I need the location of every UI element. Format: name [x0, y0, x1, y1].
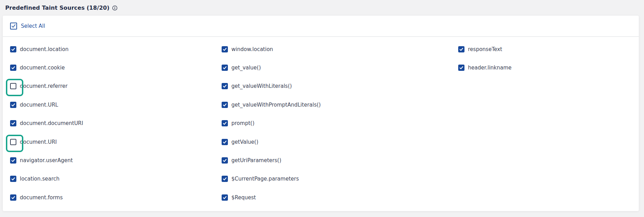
taint-source-label[interactable]: document.forms: [20, 194, 63, 201]
taint-source-row: $Request: [222, 188, 458, 207]
taint-source-row: document.location: [10, 40, 222, 58]
taint-source-label[interactable]: responseText: [468, 46, 502, 52]
taint-source-checkbox[interactable]: [222, 65, 228, 71]
taint-source-row: get_valueWithLiterals(): [222, 77, 458, 95]
checkbox-highlight-wrap: [458, 46, 464, 52]
taint-source-checkbox[interactable]: [10, 176, 16, 182]
checkbox-highlight-wrap: [10, 102, 16, 108]
taint-source-row: document.URI: [10, 133, 222, 151]
checkbox-highlight-wrap: [222, 65, 228, 71]
checkbox-highlight-wrap: [10, 120, 16, 126]
taint-source-checkbox[interactable]: [10, 157, 16, 164]
checkbox-highlight-wrap: [222, 83, 228, 89]
checkbox-highlight-wrap: [222, 176, 228, 182]
checkbox-highlight-wrap: [10, 139, 16, 145]
taint-source-checkbox[interactable]: [10, 120, 16, 126]
taint-source-checkbox[interactable]: [222, 176, 228, 182]
checkbox-highlight-wrap: [10, 46, 16, 52]
info-circle-icon[interactable]: [112, 5, 118, 11]
taint-source-label[interactable]: get_valueWithPromptAndLiterals(): [231, 102, 321, 108]
taint-source-checkbox[interactable]: [222, 46, 228, 52]
taint-source-checkbox[interactable]: [10, 46, 16, 52]
taint-source-label[interactable]: location.search: [20, 176, 59, 182]
taint-source-row: get_valueWithPromptAndLiterals(): [222, 95, 458, 114]
taint-source-checkbox[interactable]: [222, 83, 228, 89]
taint-source-row: getValue(): [222, 133, 458, 151]
taint-source-row: document.referrer: [10, 77, 222, 95]
taint-source-label[interactable]: document.cookie: [20, 65, 65, 71]
checkmark-icon: [459, 47, 464, 52]
taint-source-checkbox[interactable]: [222, 139, 228, 145]
taint-source-label[interactable]: $Request: [231, 194, 256, 201]
taint-source-row: document.URL: [10, 95, 222, 114]
checkmark-icon: [222, 47, 227, 52]
checkbox-highlight-wrap: [222, 139, 228, 145]
checkbox-highlight-wrap: [222, 157, 228, 164]
taint-source-row: $CurrentPage.parameters: [222, 170, 458, 188]
taint-source-row: document.documentURI: [10, 114, 222, 133]
taint-source-label[interactable]: getValue(): [231, 139, 259, 145]
taint-source-checkbox[interactable]: [458, 65, 464, 71]
checkbox-highlight-wrap: [10, 194, 16, 201]
taint-source-label[interactable]: $CurrentPage.parameters: [231, 176, 299, 182]
taint-source-row: getUriParameters(): [222, 151, 458, 169]
taint-sources-panel: Select All document.location document.co…: [3, 16, 639, 211]
taint-source-checkbox[interactable]: [10, 194, 16, 201]
checkbox-highlight-wrap: [10, 65, 16, 71]
taint-source-label[interactable]: get_value(): [231, 65, 261, 71]
taint-source-row: document.forms: [10, 188, 222, 207]
taint-source-checkbox[interactable]: [222, 120, 228, 126]
taint-source-checkbox[interactable]: [10, 65, 16, 71]
taint-source-label[interactable]: document.URL: [20, 102, 58, 108]
checkmark-icon: [222, 65, 227, 70]
taint-source-checkbox[interactable]: [458, 46, 464, 52]
taint-source-checkbox[interactable]: [222, 157, 228, 164]
taint-source-row: responseText: [458, 40, 639, 58]
checkmark-icon: [222, 121, 227, 126]
checkbox-highlight-wrap: [222, 46, 228, 52]
checkmark-icon: [222, 102, 227, 107]
taint-source-label[interactable]: header.linkname: [468, 65, 511, 71]
taint-source-label[interactable]: prompt(): [231, 120, 254, 126]
taint-source-row: location.search: [10, 170, 222, 188]
taint-source-row: window.location: [222, 40, 458, 58]
checkbox-highlight-wrap: [10, 157, 16, 164]
taint-source-row: navigator.userAgent: [10, 151, 222, 169]
taint-source-label[interactable]: document.URI: [20, 139, 57, 145]
taint-source-row: header.linkname: [458, 58, 639, 77]
checkbox-highlight-wrap: [10, 83, 16, 89]
taint-source-checkbox[interactable]: [10, 139, 16, 145]
checkbox-highlight-wrap: [10, 176, 16, 182]
page-header: Predefined Taint Sources (18/20): [0, 0, 644, 12]
select-all-row: Select All: [3, 16, 639, 37]
checkmark-icon: [11, 47, 16, 52]
checkbox-highlight-wrap: [458, 65, 464, 71]
taint-source-checkbox[interactable]: [10, 83, 16, 89]
checkmark-icon: [11, 195, 16, 200]
checkmark-icon: [222, 140, 227, 144]
taint-source-checkbox[interactable]: [222, 194, 228, 201]
checkbox-highlight-wrap: [222, 120, 228, 126]
taint-source-label[interactable]: document.referrer: [20, 83, 67, 89]
checkmark-icon: [11, 65, 16, 70]
checkbox-highlight-wrap: [222, 194, 228, 201]
taint-source-label[interactable]: window.location: [231, 46, 273, 52]
checkmark-icon: [222, 158, 227, 163]
checkmark-icon: [222, 176, 227, 181]
taint-source-row: document.cookie: [10, 58, 222, 77]
taint-source-label[interactable]: get_valueWithLiterals(): [231, 83, 292, 89]
checkmark-icon: [11, 121, 16, 126]
checkmark-icon: [11, 176, 16, 181]
checkbox-highlight-wrap: [222, 102, 228, 108]
taint-source-label[interactable]: getUriParameters(): [231, 157, 281, 164]
taint-source-label[interactable]: document.documentURI: [20, 120, 83, 126]
taint-source-label[interactable]: navigator.userAgent: [20, 157, 73, 164]
taint-source-label[interactable]: document.location: [20, 46, 69, 52]
select-all-label[interactable]: Select All: [21, 23, 45, 29]
checkmark-icon: [11, 158, 16, 163]
taint-source-checkbox[interactable]: [10, 102, 16, 108]
taint-source-row: prompt(): [222, 114, 458, 133]
taint-source-checkbox[interactable]: [222, 102, 228, 108]
checkmark-icon: [222, 84, 227, 89]
select-all-checkbox[interactable]: [10, 23, 17, 30]
